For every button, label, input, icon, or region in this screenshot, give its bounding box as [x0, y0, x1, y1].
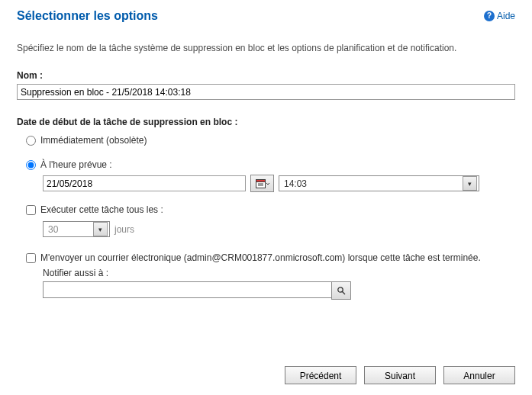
calendar-icon [256, 178, 269, 189]
scheduled-radio[interactable] [26, 160, 36, 170]
date-picker-button[interactable] [250, 175, 274, 192]
immediate-radio-label: Immédiatement (obsolète) [40, 135, 147, 146]
name-input[interactable] [17, 84, 515, 100]
chevron-down-icon: ▾ [93, 222, 108, 236]
notify-row: M'envoyer un courrier électronique (admi… [26, 252, 515, 263]
footer-buttons: Précédent Suivant Annuler [285, 366, 515, 384]
search-icon [337, 286, 346, 295]
time-select[interactable]: 14:03 ▾ [279, 175, 479, 191]
notify-lookup-input[interactable] [43, 281, 331, 298]
cancel-button[interactable]: Annuler [443, 366, 515, 384]
repeat-block: Exécuter cette tâche tous les : 30 ▾ jou… [17, 204, 515, 237]
repeat-row: Exécuter cette tâche tous les : [26, 204, 515, 215]
notify-lookup-wrap [43, 281, 515, 300]
repeat-days-value: 30 [48, 224, 58, 235]
time-select-value: 14:03 [284, 178, 307, 189]
repeat-checkbox[interactable] [26, 205, 36, 215]
repeat-controls: 30 ▾ jours [43, 221, 515, 237]
help-link[interactable]: ? Aide [484, 11, 515, 21]
repeat-days-select[interactable]: 30 ▾ [43, 221, 110, 237]
notify-lookup-button[interactable] [331, 281, 351, 300]
chevron-down-icon: ▾ [463, 176, 477, 191]
notify-also-label: Notifier aussi à : [43, 268, 515, 278]
scheduled-inputs: 14:03 ▾ [43, 175, 515, 192]
date-input[interactable] [43, 175, 246, 191]
scheduled-radio-label: À l'heure prévue : [40, 159, 112, 170]
notify-label: M'envoyer un courrier électronique (admi… [40, 252, 481, 263]
scheduled-block: À l'heure prévue : 14:03 ▾ [17, 159, 515, 192]
help-icon: ? [484, 11, 495, 21]
svg-point-4 [338, 287, 343, 292]
svg-line-5 [343, 292, 346, 295]
notify-checkbox[interactable] [26, 253, 36, 263]
page-title: Sélectionner les options [17, 9, 158, 23]
notify-block: M'envoyer un courrier électronique (admi… [17, 252, 515, 300]
start-section-label: Date de début de la tâche de suppression… [17, 117, 515, 127]
scheduled-option-row: À l'heure prévue : [26, 159, 515, 170]
previous-button[interactable]: Précédent [285, 366, 356, 384]
next-button[interactable]: Suivant [364, 366, 436, 384]
immediate-radio[interactable] [26, 136, 36, 146]
name-label: Nom : [17, 70, 515, 81]
instructions-text: Spécifiez le nom de la tâche système de … [17, 43, 515, 53]
repeat-days-unit: jours [114, 224, 134, 235]
header: Sélectionner les options ? Aide [17, 9, 515, 23]
immediate-option-row: Immédiatement (obsolète) [26, 135, 515, 146]
wizard-page: Sélectionner les options ? Aide Spécifie… [0, 0, 532, 395]
repeat-label: Exécuter cette tâche tous les : [40, 204, 163, 215]
svg-rect-1 [256, 179, 265, 181]
help-link-label: Aide [497, 11, 515, 21]
